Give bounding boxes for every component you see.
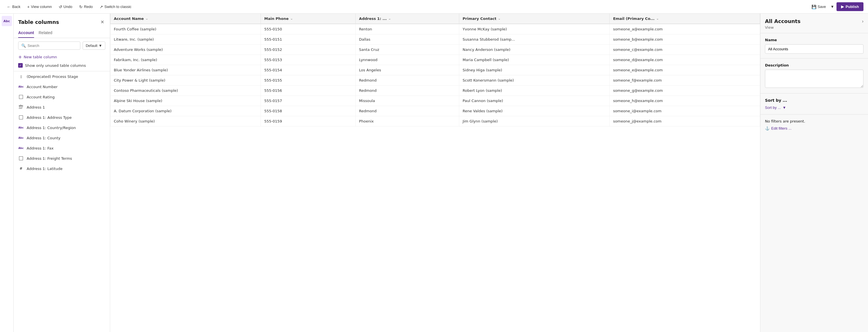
switch-classic-button[interactable]: ↗ Switch to classic (97, 3, 134, 11)
column-list-item[interactable]: Abc Account Number (13, 82, 110, 92)
col-header-label: Account Name (114, 17, 144, 21)
cell-account_name: Adventure Works (sample) (111, 45, 261, 55)
name-input[interactable] (765, 44, 864, 54)
col-label: Address 1: County (27, 136, 105, 140)
column-list-item[interactable]: ⣿ (Deprecated) Process Stage (13, 71, 110, 82)
table-row[interactable]: Alpine Ski House (sample)555-0157Missoul… (111, 96, 760, 106)
save-button[interactable]: 💾 Save (809, 3, 828, 11)
save-icon: 💾 (811, 4, 816, 9)
right-panel-title: All Accounts (765, 18, 801, 24)
back-button[interactable]: ← Back (4, 3, 23, 11)
col-label: Address 1: Latitude (27, 167, 105, 171)
show-unused-checkbox[interactable]: ✓ (18, 63, 23, 68)
save-dropdown-button[interactable]: ▼ (829, 3, 835, 10)
sort-by-dropdown[interactable]: Sort by ... ▼ (765, 106, 786, 110)
cell-email: someone_e@example.com (610, 65, 760, 75)
cell-account_name: Blue Yonder Airlines (sample) (111, 65, 261, 75)
col-type-icon: Abc (18, 145, 24, 151)
grid-header-address[interactable]: Address 1: ...⌄ (355, 13, 459, 24)
publish-icon: ▶ (841, 4, 844, 9)
table-row[interactable]: Adventure Works (sample)555-0152Santa Cr… (111, 45, 760, 55)
cell-account_name: Contoso Pharmaceuticals (sample) (111, 86, 261, 96)
publish-label: Publish (845, 4, 859, 9)
grid-table: Account Name⌄Main Phone⌄Address 1: ...⌄P… (110, 13, 760, 127)
right-panel-subtitle: View (761, 25, 868, 33)
edit-filters-label: Edit filters ... (771, 126, 792, 131)
right-panel-header: All Accounts › (761, 13, 868, 25)
grid-header-email[interactable]: Email (Primary Co...⌄ (610, 13, 760, 24)
description-textarea[interactable] (765, 70, 864, 88)
filters-section: No filters are present. ⚓ Edit filters .… (761, 114, 868, 135)
column-list-item[interactable]: abcdef Address 1 (13, 102, 110, 112)
col-header-label: Primary Contact (463, 17, 496, 21)
table-row[interactable]: City Power & Light (sample)555-0155Redmo… (111, 75, 760, 86)
edit-filters-button[interactable]: ⚓ Edit filters ... (765, 126, 792, 131)
cell-main_phone: 555-0150 (261, 24, 356, 34)
nav-rail-abc-icon[interactable]: Abc (2, 16, 12, 26)
grid-header-primary_contact[interactable]: Primary Contact⌄ (459, 13, 610, 24)
tab-related[interactable]: Related (39, 28, 52, 38)
column-list-item[interactable]: Abc Address 1: Fax (13, 143, 110, 153)
undo-button[interactable]: ↺ Undo (57, 3, 75, 11)
col-type-icon: abcdef (18, 104, 24, 110)
cell-email: someone_j@example.com (610, 116, 760, 127)
show-unused-row[interactable]: ✓ Show only unused table columns (13, 62, 110, 71)
grid-scroll-wrap[interactable]: Account Name⌄Main Phone⌄Address 1: ...⌄P… (110, 13, 760, 332)
redo-button[interactable]: ↻ Redo (77, 3, 95, 11)
table-row[interactable]: Contoso Pharmaceuticals (sample)555-0156… (111, 86, 760, 96)
publish-button[interactable]: ▶ Publish (836, 2, 864, 11)
cell-address: Renton (355, 24, 459, 34)
table-row[interactable]: Coho Winery (sample)555-0159PhoenixJim G… (111, 116, 760, 127)
cell-address: Lynnwood (355, 55, 459, 65)
plus-new-icon: + (18, 54, 22, 60)
back-label: Back (12, 4, 21, 9)
col-type-icon: Abc (18, 135, 24, 141)
cell-main_phone: 555-0152 (261, 45, 356, 55)
view-column-button[interactable]: + View column (25, 3, 54, 11)
search-input[interactable] (28, 44, 77, 48)
table-row[interactable]: Blue Yonder Airlines (sample)555-0154Los… (111, 65, 760, 75)
column-list-item[interactable]: Abc Address 1: County (13, 133, 110, 143)
table-row[interactable]: Fabrikam, Inc. (sample)555-0153LynnwoodM… (111, 55, 760, 65)
plus-icon: + (27, 4, 30, 9)
chevron-down-icon: ▼ (831, 4, 834, 9)
tab-account[interactable]: Account (18, 28, 34, 38)
column-list-item[interactable]: Address 1: Address Type (13, 112, 110, 122)
cell-main_phone: 555-0154 (261, 65, 356, 75)
cell-account_name: Alpine Ski House (sample) (111, 96, 261, 106)
filter-icon: ⚓ (765, 126, 770, 131)
toolbar: ← Back + View column ↺ Undo ↻ Redo ↗ Swi… (0, 0, 868, 13)
cell-main_phone: 555-0151 (261, 34, 356, 45)
right-panel-expand-button[interactable]: › (862, 19, 864, 24)
new-column-row[interactable]: + New table column (13, 53, 110, 62)
col-label: Account Rating (27, 95, 105, 99)
column-list-item[interactable]: Address 1: Freight Terms (13, 153, 110, 163)
cell-primary_contact: Robert Lyon (sample) (459, 86, 610, 96)
default-dropdown[interactable]: Default ▼ (83, 42, 105, 50)
column-list-item[interactable]: Abc Address 1: Country/Region (13, 122, 110, 133)
cell-email: someone_d@example.com (610, 55, 760, 65)
col-header-label: Email (Primary Co... (613, 17, 655, 21)
cell-primary_contact: Rene Valdes (sample) (459, 106, 610, 116)
search-row: 🔍 Default ▼ (13, 38, 110, 53)
name-section: Name (761, 33, 868, 58)
grid-header: Account Name⌄Main Phone⌄Address 1: ...⌄P… (111, 13, 760, 24)
column-list-item[interactable]: # Address 1: Latitude (13, 163, 110, 174)
main-layout: Abc Table columns ✕ Account Related 🔍 De… (0, 13, 868, 332)
grid-header-main_phone[interactable]: Main Phone⌄ (261, 13, 356, 24)
col-type-icon: # (18, 166, 24, 171)
column-list: ⣿ (Deprecated) Process Stage Abc Account… (13, 71, 110, 332)
sort-icon: ⌄ (146, 17, 148, 21)
panel-header: Table columns ✕ (13, 13, 110, 28)
cell-address: Redmond (355, 86, 459, 96)
close-panel-button[interactable]: ✕ (99, 18, 105, 26)
table-row[interactable]: Fourth Coffee (sample)555-0150RentonYvon… (111, 24, 760, 34)
col-label: Address 1 (27, 105, 105, 109)
table-row[interactable]: A. Datum Corporation (sample)555-0158Red… (111, 106, 760, 116)
table-row[interactable]: Litware, Inc. (sample)555-0151DallasSusa… (111, 34, 760, 45)
grid-body: Fourth Coffee (sample)555-0150RentonYvon… (111, 24, 760, 127)
column-list-item[interactable]: Account Rating (13, 92, 110, 102)
cell-account_name: A. Datum Corporation (sample) (111, 106, 261, 116)
center-area: Account Name⌄Main Phone⌄Address 1: ...⌄P… (110, 13, 760, 332)
grid-header-account_name[interactable]: Account Name⌄ (111, 13, 261, 24)
